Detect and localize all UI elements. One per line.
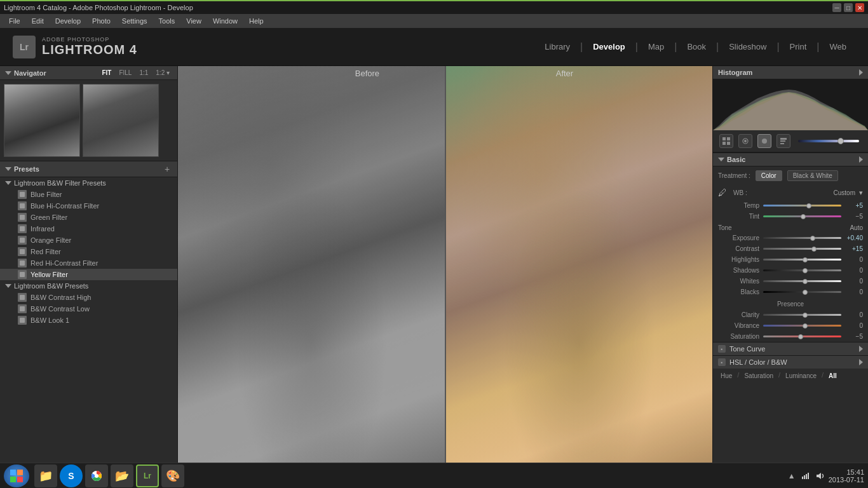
zoom-fit-btn[interactable]: FIT [99, 69, 114, 77]
hsl-toggle[interactable]: ▪ [718, 358, 726, 366]
blacks-slider[interactable] [763, 291, 841, 293]
exposure-slider[interactable] [763, 237, 841, 239]
contrast-slider[interactable] [763, 248, 841, 250]
preset-blue-filter[interactable]: Blue Filter [0, 189, 177, 200]
hsl-tab-luminance[interactable]: Luminance [783, 371, 819, 381]
preset-group-bw-filter-header[interactable]: Lightroom B&W Filter Presets [0, 177, 177, 189]
histogram-section: Histogram [713, 66, 868, 130]
grid-tool[interactable] [719, 134, 733, 148]
close-button[interactable]: ✕ [855, 3, 864, 12]
basic-section[interactable]: Basic Treatment : Color Black & White 🖊 … [713, 152, 868, 463]
menu-help[interactable]: Help [244, 16, 269, 26]
preset-icon [18, 293, 27, 302]
adobe-label: ADOBE PHOTOSHOP [42, 36, 137, 43]
presets-header[interactable]: Presets + [0, 161, 177, 177]
preset-yellow-filter[interactable]: Yellow Filter [0, 269, 177, 280]
hsl-tab-all[interactable]: All [826, 371, 839, 381]
tab-web[interactable]: Web [821, 38, 856, 55]
menu-edit[interactable]: Edit [27, 16, 49, 26]
wb-row: 🖊 WB : Custom ▾ [713, 185, 868, 200]
preset-bw-contrast-low[interactable]: B&W Contrast Low [0, 303, 177, 315]
menu-tools[interactable]: Tools [154, 16, 180, 26]
treatment-row: Treatment : Color Black & White [713, 166, 868, 185]
taskbar-lightroom[interactable]: Lr [136, 464, 159, 487]
basic-section-header[interactable]: Basic [713, 152, 868, 166]
add-preset-button[interactable]: + [162, 164, 172, 174]
clarity-slider[interactable] [763, 314, 841, 316]
crop-tool[interactable] [738, 134, 752, 148]
menu-window[interactable]: Window [208, 16, 243, 26]
preset-icon [18, 224, 27, 233]
zoom-1-1-btn[interactable]: 1:1 [137, 69, 151, 77]
tab-book[interactable]: Book [678, 38, 715, 55]
taskbar-file-manager[interactable]: 📂 [111, 464, 133, 487]
vibrance-slider[interactable] [763, 325, 841, 327]
highlights-slider[interactable] [763, 259, 841, 261]
whites-slider[interactable] [763, 280, 841, 282]
preset-infrared[interactable]: Infrared [0, 223, 177, 234]
preset-orange-filter[interactable]: Orange Filter [0, 234, 177, 246]
maximize-button[interactable]: □ [844, 3, 853, 12]
tone-slider-thumb[interactable] [837, 138, 844, 144]
svg-rect-20 [806, 474, 807, 479]
hsl-section[interactable]: ▪ HSL / Color / B&W [713, 355, 868, 369]
taskbar-paint[interactable]: 🎨 [161, 464, 184, 487]
preset-bw-look1[interactable]: B&W Look 1 [0, 315, 177, 326]
start-button[interactable] [4, 464, 29, 487]
preset-blue-hicontrast[interactable]: Blue Hi-Contrast Filter [0, 200, 177, 212]
presets-collapse-icon [5, 167, 11, 171]
presets-section[interactable]: Presets + Lightroom B&W Filter Presets B… [0, 161, 177, 463]
presets-title: Presets [5, 165, 39, 173]
svg-rect-12 [10, 470, 16, 475]
tone-tool[interactable] [757, 134, 771, 148]
hsl-tool[interactable] [776, 134, 790, 148]
color-button[interactable]: Color [756, 170, 782, 181]
preset-bw-contrast-high[interactable]: B&W Contrast High [0, 292, 177, 303]
preset-red-filter[interactable]: Red Filter [0, 246, 177, 257]
auto-button[interactable]: Auto [850, 224, 863, 231]
tab-slideshow[interactable]: Slideshow [720, 38, 775, 55]
histogram-header[interactable]: Histogram [713, 66, 868, 79]
taskbar-chrome[interactable] [85, 464, 108, 487]
navigator-header[interactable]: Navigator FIT FILL 1:1 1:2 ▾ [0, 66, 177, 80]
zoom-1-2-btn[interactable]: 1:2 ▾ [153, 69, 172, 77]
preset-icon [18, 190, 27, 199]
tab-map[interactable]: Map [639, 38, 673, 55]
preset-green-filter[interactable]: Green Filter [0, 212, 177, 223]
menu-photo[interactable]: Photo [87, 16, 116, 26]
eyedropper-icon[interactable]: 🖊 [718, 187, 727, 198]
tone-curve-section[interactable]: ▪ Tone Curve [713, 342, 868, 355]
menu-view[interactable]: View [181, 16, 207, 26]
wb-dropdown-arrow[interactable]: ▾ [859, 189, 863, 197]
highlights-label: Highlights [718, 256, 759, 263]
zoom-fill-btn[interactable]: FILL [116, 69, 134, 77]
taskbar-skype[interactable]: S [60, 464, 83, 487]
preset-group-bw-filter: Lightroom B&W Filter Presets Blue Filter… [0, 177, 177, 280]
tab-print[interactable]: Print [781, 38, 816, 55]
tone-curve-toggle[interactable]: ▪ [718, 345, 726, 353]
hsl-tab-saturation[interactable]: Saturation [742, 371, 776, 381]
presence-section: Presence Clarity 0 Vibrance 0 Satur [713, 299, 868, 342]
tab-library[interactable]: Library [536, 38, 579, 55]
taskbar-explorer[interactable]: 📁 [34, 464, 57, 487]
temp-slider[interactable] [763, 205, 841, 207]
preset-red-hicontrast[interactable]: Red Hi-Contrast Filter [0, 257, 177, 269]
center-area: Before After YY ▾ [178, 66, 712, 488]
tint-slider[interactable] [763, 215, 841, 217]
show-hidden-icons[interactable]: ▲ [787, 471, 797, 481]
hsl-tab-hue[interactable]: Hue [718, 371, 735, 381]
bw-button[interactable]: Black & White [787, 170, 838, 181]
minimize-button[interactable]: ─ [832, 3, 841, 12]
volume-icon[interactable] [815, 471, 825, 481]
navigator-thumb-1[interactable] [4, 84, 80, 157]
navigator-thumb-2[interactable] [83, 84, 159, 157]
wb-value-dropdown[interactable]: Custom [834, 189, 855, 196]
menu-file[interactable]: File [4, 16, 25, 26]
preset-group-bw-header[interactable]: Lightroom B&W Presets [0, 280, 177, 292]
menu-settings[interactable]: Settings [117, 16, 153, 26]
saturation-slider[interactable] [763, 336, 841, 337]
tab-develop[interactable]: Develop [584, 38, 634, 55]
slider-row-shadows: Shadows 0 [713, 265, 868, 276]
shadows-slider[interactable] [763, 269, 841, 271]
menu-develop[interactable]: Develop [50, 16, 86, 26]
